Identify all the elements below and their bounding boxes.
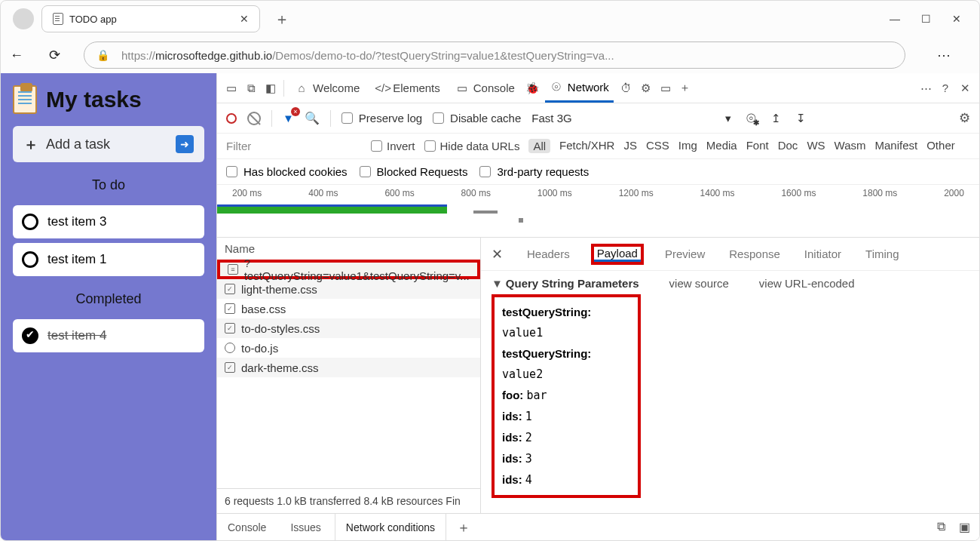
back-button[interactable]: ←	[8, 48, 25, 63]
query-param-row: ids: 4	[502, 469, 630, 490]
refresh-button[interactable]: ⟳	[46, 47, 63, 63]
detail-tab-payload[interactable]: Payload	[591, 244, 644, 265]
filter-type-fetch/xhr[interactable]: Fetch/XHR	[559, 139, 614, 153]
network-conditions-icon[interactable]: ⦾✱	[746, 112, 756, 125]
task-item[interactable]: test item 3	[13, 205, 204, 238]
url: https://microsoftedge.github.io/Demos/de…	[121, 49, 614, 62]
close-window-button[interactable]: ✕	[952, 13, 961, 25]
view-url-encoded-link[interactable]: view URL-encoded	[759, 277, 855, 290]
filter-toggle[interactable]: ▼×	[283, 112, 294, 124]
disable-cache-checkbox[interactable]: Disable cache	[433, 112, 521, 124]
task-checkbox[interactable]	[22, 327, 38, 344]
omnibox[interactable]: 🔒 https://microsoftedge.github.io/Demos/…	[84, 41, 905, 69]
home-icon: ⌂	[295, 81, 308, 94]
filter-type-css[interactable]: CSS	[646, 139, 669, 153]
filter-type-ws[interactable]: WS	[807, 139, 825, 153]
browser-tab[interactable]: TODO app ✕	[41, 5, 260, 32]
task-item[interactable]: test item 4	[13, 319, 204, 352]
third-party-checkbox[interactable]: 3rd-party requests	[479, 165, 589, 178]
collapse-icon[interactable]: ▼	[492, 277, 503, 290]
performance-icon[interactable]: ⏱	[620, 81, 633, 94]
dock-icon[interactable]: ◧	[264, 81, 277, 95]
detail-tab-preview[interactable]: Preview	[662, 238, 708, 270]
detail-tab-timing[interactable]: Timing	[862, 238, 902, 270]
filter-type-wasm[interactable]: Wasm	[835, 139, 866, 153]
request-name: base.css	[241, 303, 286, 315]
close-devtools-button[interactable]: ✕	[958, 81, 972, 95]
throttle-caret[interactable]: ▾	[725, 112, 731, 125]
window-controls: — ☐ ✕	[890, 13, 975, 25]
filter-type-doc[interactable]: Doc	[778, 139, 798, 153]
filter-type-manifest[interactable]: Manifest	[875, 139, 918, 153]
tab-elements[interactable]: </>Elements	[370, 73, 445, 103]
drawer-panel-icon[interactable]: ⧉	[937, 520, 945, 534]
task-checkbox[interactable]	[22, 214, 38, 230]
maximize-button[interactable]: ☐	[921, 13, 931, 25]
profile-avatar[interactable]	[13, 8, 34, 29]
filter-type-other[interactable]: Other	[926, 139, 955, 153]
console-icon: ▭	[455, 81, 469, 95]
request-row[interactable]: dark-theme.css	[217, 358, 480, 377]
throttle-select[interactable]: Fast 3G	[531, 112, 571, 124]
query-param-row: ids: 2	[502, 427, 630, 448]
filter-type-font[interactable]: Font	[746, 139, 769, 153]
detail-tab-headers[interactable]: Headers	[524, 238, 573, 270]
css-file-icon	[225, 284, 235, 294]
record-button[interactable]	[226, 113, 237, 124]
submit-task-button[interactable]: ➜	[176, 135, 194, 153]
request-row[interactable]: ?testQueryString=value1&testQueryString=…	[217, 260, 480, 279]
drawer-expand-icon[interactable]: ▣	[959, 520, 970, 534]
inspect-icon[interactable]: ▭	[225, 81, 238, 95]
minimize-button[interactable]: —	[890, 13, 900, 25]
request-row[interactable]: to-do-styles.css	[217, 318, 480, 338]
task-item[interactable]: test item 1	[13, 243, 204, 276]
network-settings-icon[interactable]: ⚙	[959, 110, 970, 126]
app-title: My tasks	[13, 85, 204, 114]
app-icon[interactable]: ▭	[659, 81, 672, 95]
request-row[interactable]: to-do.js	[217, 338, 480, 358]
device-icon[interactable]: ⧉	[244, 81, 258, 95]
preserve-log-checkbox[interactable]: Preserve log	[341, 112, 422, 124]
drawer-tab-issues[interactable]: Issues	[280, 514, 331, 540]
detail-tab-response[interactable]: Response	[726, 238, 783, 270]
blocked-requests-checkbox[interactable]: Blocked Requests	[360, 165, 468, 178]
close-tab-icon[interactable]: ✕	[240, 13, 249, 25]
view-source-link[interactable]: view source	[669, 277, 729, 290]
browser-menu-button[interactable]: ⋯	[937, 47, 951, 63]
close-detail-button[interactable]: ✕	[492, 246, 503, 263]
request-name: dark-theme.css	[241, 361, 319, 374]
request-row[interactable]: base.css	[217, 299, 480, 318]
drawer-tab-console[interactable]: Console	[217, 514, 277, 540]
filter-type-all[interactable]: All	[528, 139, 550, 153]
hide-data-checkbox[interactable]: Hide data URLs	[424, 140, 520, 152]
network-filter-bar: Filter Invert Hide data URLs AllFetch/XH…	[217, 134, 979, 159]
filter-type-js[interactable]: JS	[623, 139, 637, 153]
network-timeline[interactable]: 200 ms400 ms600 ms800 ms1000 ms1200 ms14…	[217, 185, 979, 238]
invert-checkbox[interactable]: Invert	[371, 140, 415, 152]
download-har-icon[interactable]: ↧	[796, 112, 806, 125]
drawer-add-button[interactable]: ＋	[449, 518, 478, 536]
blocked-cookies-checkbox[interactable]: Has blocked cookies	[226, 165, 348, 178]
new-tab-button[interactable]: ＋	[269, 6, 295, 32]
add-panel-button[interactable]: ＋	[678, 81, 692, 95]
upload-har-icon[interactable]: ↥	[771, 112, 781, 125]
help-icon[interactable]: ?	[939, 81, 952, 94]
gear-icon[interactable]: ⚙	[639, 81, 653, 95]
clear-button[interactable]	[247, 112, 261, 125]
tab-console[interactable]: ▭Console	[451, 73, 519, 103]
search-button[interactable]: 🔍	[305, 111, 320, 125]
tab-strip: TODO app ✕ ＋ — ☐ ✕	[1, 1, 979, 37]
drawer-tab-network conditions[interactable]: Network conditions	[335, 514, 446, 540]
more-tools-icon[interactable]: ⋯	[919, 81, 933, 95]
filter-type-img[interactable]: Img	[678, 139, 697, 153]
filter-type-media[interactable]: Media	[706, 139, 737, 153]
tab-network[interactable]: ⦾Network	[545, 73, 614, 103]
css-file-icon	[225, 323, 235, 334]
filter-input[interactable]: Filter	[226, 140, 362, 152]
tab-welcome[interactable]: ⌂Welcome	[290, 73, 364, 103]
add-task-input[interactable]: ＋ Add a task ➜	[13, 126, 204, 162]
detail-tab-initiator[interactable]: Initiator	[801, 238, 844, 270]
bug-icon[interactable]: 🐞	[525, 81, 539, 95]
request-name: to-do-styles.css	[241, 322, 320, 335]
task-checkbox[interactable]	[22, 251, 38, 268]
